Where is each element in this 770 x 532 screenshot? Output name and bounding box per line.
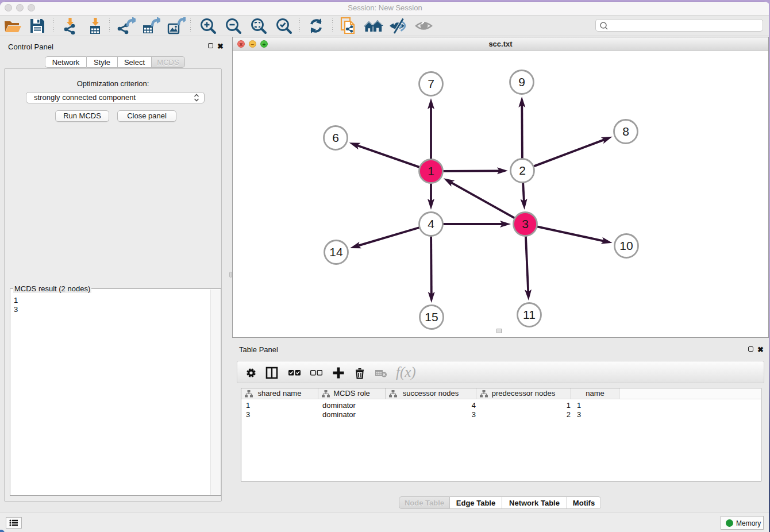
svg-text:2: 2 — [519, 164, 526, 177]
svg-text:11: 11 — [523, 308, 536, 321]
svg-text:15: 15 — [425, 310, 438, 323]
svg-text:14: 14 — [329, 245, 343, 259]
svg-text:9: 9 — [518, 75, 525, 88]
svg-text:1: 1 — [428, 164, 434, 178]
svg-text:10: 10 — [619, 239, 633, 252]
svg-text:7: 7 — [428, 77, 434, 90]
svg-text:8: 8 — [622, 125, 629, 138]
svg-text:6: 6 — [332, 131, 339, 144]
svg-text:3: 3 — [522, 217, 529, 230]
svg-text:4: 4 — [428, 217, 434, 230]
